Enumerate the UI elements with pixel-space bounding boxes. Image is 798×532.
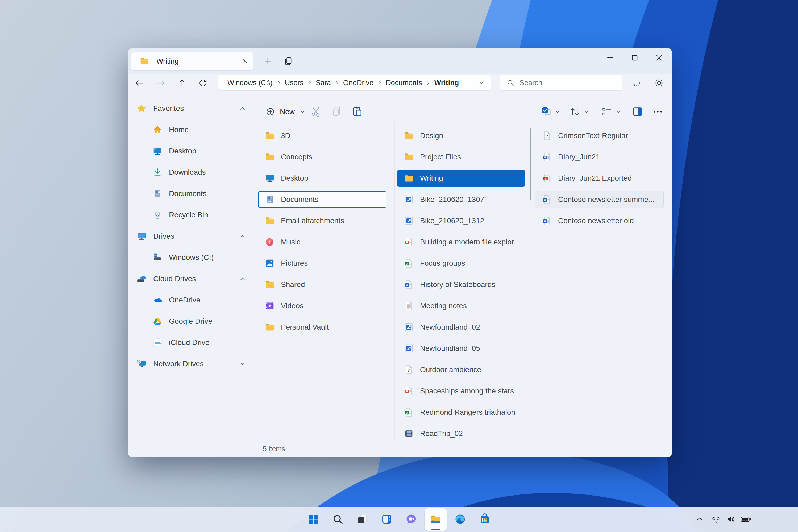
- file-row-documents[interactable]: Documents: [258, 191, 386, 208]
- taskbar-widgets-button[interactable]: [380, 513, 393, 526]
- file-row-redmond-rangers-triathalon[interactable]: XRedmond Rangers triathalon: [397, 404, 525, 421]
- settings-gear-button[interactable]: [653, 77, 665, 89]
- address-bar[interactable]: Windows (C:\)UsersSaraOneDriveDocumentsW…: [218, 75, 491, 91]
- min-icon[interactable]: [605, 52, 615, 63]
- breadcrumb-segment-windows-c[interactable]: Windows (C:\): [226, 78, 274, 88]
- tab-overview-button[interactable]: [282, 54, 296, 68]
- edge-icon: [454, 513, 467, 526]
- chevron-down-icon[interactable]: [554, 108, 562, 116]
- tray-battery-button[interactable]: [740, 514, 752, 525]
- tray-wifi-button[interactable]: [710, 514, 722, 525]
- file-row-diary-jun21[interactable]: WDiary_Jun21: [535, 148, 664, 166]
- close-icon[interactable]: [654, 52, 664, 63]
- sync-spinner-icon[interactable]: [631, 77, 643, 89]
- panes-button[interactable]: [631, 106, 644, 118]
- search-box[interactable]: Search: [499, 75, 623, 91]
- file-row-contoso-newsletter-summe[interactable]: WContoso newsletter summe...: [535, 191, 664, 208]
- up-button[interactable]: [176, 77, 188, 89]
- taskbar-search-button[interactable]: [331, 513, 344, 526]
- chevron-right-sep-icon[interactable]: [306, 79, 313, 86]
- file-row-bike-210620-1307[interactable]: Bike_210620_1307: [397, 191, 525, 208]
- tab-plus-icon[interactable]: [263, 56, 273, 66]
- file-row-design[interactable]: Design: [397, 127, 525, 144]
- file-row-contoso-newsletter-old[interactable]: WContoso newsletter old: [535, 212, 664, 229]
- forward-button[interactable]: [155, 77, 167, 89]
- refresh-icon[interactable]: [198, 78, 208, 88]
- minimize-button[interactable]: [602, 51, 619, 65]
- back-button[interactable]: [134, 77, 145, 89]
- file-row-writing[interactable]: Writing: [397, 170, 525, 187]
- up-icon[interactable]: [177, 78, 187, 88]
- scrollbar-thumb[interactable]: [530, 129, 531, 200]
- chevron-right-sep-icon[interactable]: [425, 79, 432, 86]
- forward-icon[interactable]: [156, 78, 166, 88]
- tab-stack-icon[interactable]: [283, 56, 294, 66]
- sidebar-section-favorites[interactable]: Favorites: [128, 98, 256, 119]
- file-row-email-attatchments[interactable]: Email attatchments: [258, 212, 386, 229]
- breadcrumb-segment-writing[interactable]: Writing: [433, 78, 460, 88]
- breadcrumb-segment-users[interactable]: Users: [283, 78, 305, 88]
- file-row-newfoundland-02[interactable]: Newfoundland_02: [397, 319, 525, 336]
- file-row-desktop[interactable]: Desktop: [258, 170, 386, 187]
- back-icon[interactable]: [135, 78, 144, 88]
- svg-text:W: W: [544, 220, 547, 223]
- breadcrumb-segment-sara[interactable]: Sara: [314, 78, 332, 88]
- breadcrumb-segment-onedrive[interactable]: OneDrive: [342, 78, 375, 88]
- paste-button[interactable]: [351, 105, 364, 118]
- tray-volume-button[interactable]: [725, 514, 737, 525]
- taskbar-file-explorer-button[interactable]: [429, 513, 442, 526]
- file-row-roadtrip-02[interactable]: RoadTrip_02: [397, 425, 525, 440]
- chevron-down-icon[interactable]: [582, 108, 590, 116]
- select-all-button[interactable]: [540, 106, 552, 118]
- file-row-3d[interactable]: 3D: [258, 127, 386, 144]
- chevron-up-icon[interactable]: [238, 104, 247, 113]
- taskbar-chat-button[interactable]: [405, 513, 418, 526]
- file-label: Spaceships among the stars: [420, 387, 514, 395]
- file-row-outdoor-ambience[interactable]: ♪Outdoor ambience: [397, 361, 525, 378]
- file-label: Newfoundland_05: [420, 344, 480, 353]
- file-row-pictures[interactable]: Pictures: [258, 255, 386, 272]
- gear-icon[interactable]: [654, 78, 664, 88]
- file-row-spaceships-among-the-stars[interactable]: PSpaceships among the stars: [397, 382, 525, 400]
- file-row-bike-210620-1312[interactable]: Bike_210620_1312: [397, 212, 525, 229]
- file-row-project-files[interactable]: Project Files: [397, 148, 525, 166]
- chevron-down-icon[interactable]: [477, 79, 485, 87]
- taskbar-store-button[interactable]: [478, 513, 491, 526]
- sync-spinner-icon[interactable]: [632, 78, 642, 88]
- cut-button[interactable]: [310, 105, 322, 118]
- file-row-personal-vault[interactable]: Personal Vault: [258, 319, 386, 336]
- maximize-button[interactable]: [626, 51, 643, 65]
- chevron-right-sep-icon[interactable]: [275, 79, 282, 86]
- taskbar-edge-button[interactable]: [454, 513, 467, 526]
- refresh-button[interactable]: [197, 77, 209, 89]
- ellipsis-button[interactable]: [652, 106, 664, 118]
- file-row-newfoundland-05[interactable]: Newfoundland_05: [397, 340, 525, 357]
- breadcrumb-segment-documents[interactable]: Documents: [384, 78, 424, 88]
- file-row-music[interactable]: ♪Music: [258, 233, 386, 251]
- tray-chevron-up-button[interactable]: [694, 514, 705, 525]
- view-list-button[interactable]: [601, 106, 613, 118]
- file-row-meeting-notes[interactable]: Meeting notes: [397, 298, 525, 315]
- chevron-right-sep-icon[interactable]: [334, 79, 341, 86]
- file-row-history-of-skateboards[interactable]: WHistory of Skateboards: [397, 276, 525, 293]
- sort-button[interactable]: [569, 106, 581, 118]
- file-row-concepts[interactable]: Concepts: [258, 148, 386, 166]
- copy-button[interactable]: [330, 105, 343, 118]
- chevron-down-icon[interactable]: [614, 108, 622, 116]
- taskbar-start-button[interactable]: [307, 513, 320, 526]
- file-row-videos[interactable]: Videos: [258, 298, 386, 315]
- close-button[interactable]: [650, 51, 668, 65]
- tab-close-icon[interactable]: [241, 57, 249, 65]
- file-row-diary-jun21-exported[interactable]: PDFDiary_Jun21 Exported: [535, 170, 664, 187]
- chevron-right-sep-icon[interactable]: [376, 79, 383, 86]
- max-icon[interactable]: [629, 52, 640, 63]
- file-row-crimsontext-regular[interactable]: AACrimsonText-Regular: [535, 127, 664, 144]
- file-row-shared[interactable]: Shared: [258, 276, 386, 293]
- new-tab-button[interactable]: [261, 54, 275, 68]
- file-row-focus-groups[interactable]: XFocus groups: [397, 255, 525, 272]
- chevron-down-icon: [554, 108, 562, 116]
- taskbar-task-view-button[interactable]: [356, 513, 369, 526]
- tab-writing[interactable]: Writing: [131, 52, 253, 71]
- file-row-building-a-modern-file-explor[interactable]: PBuilding a modern file explor...: [397, 233, 525, 251]
- new-button[interactable]: New: [261, 103, 310, 120]
